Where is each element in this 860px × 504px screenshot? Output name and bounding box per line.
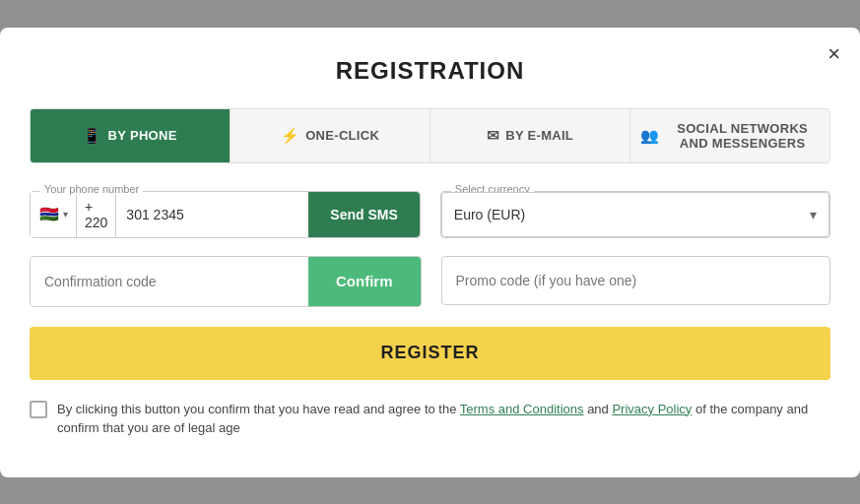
terms-text-mid: and xyxy=(584,402,613,416)
chevron-down-icon: ▾ xyxy=(810,207,817,222)
flag-icon: 🇬🇲 xyxy=(38,204,60,225)
tab-one-click[interactable]: ⚡ ONE-CLICK xyxy=(231,109,430,162)
privacy-policy-link[interactable]: Privacy Policy xyxy=(612,402,692,416)
phone-input[interactable] xyxy=(116,192,308,237)
flag-selector[interactable]: 🇬🇲 ▾ xyxy=(31,192,77,237)
confirmation-group: Confirm xyxy=(30,256,422,307)
phone-inner: 🇬🇲 ▾ + 220 Send SMS xyxy=(31,192,420,237)
terms-row: By clicking this button you confirm that… xyxy=(30,400,830,438)
social-icon: 👥 xyxy=(640,127,659,145)
tab-by-phone[interactable]: 📱 BY PHONE xyxy=(31,109,231,162)
phone-group: Your phone number 🇬🇲 ▾ + 220 Send SMS xyxy=(30,191,421,238)
terms-conditions-link[interactable]: Terms and Conditions xyxy=(460,402,584,416)
modal-title: REGISTRATION xyxy=(30,57,830,85)
phone-label: Your phone number xyxy=(40,183,143,195)
close-button[interactable]: × xyxy=(827,43,840,65)
lightning-icon: ⚡ xyxy=(281,127,299,145)
currency-group: Select currency Euro (EUR) USD ($) GBP (… xyxy=(440,191,830,238)
confirmation-row: Confirm xyxy=(30,256,830,307)
tab-by-email-label: BY E-MAIL xyxy=(505,128,573,143)
confirm-button[interactable]: Confirm xyxy=(308,257,421,306)
register-button[interactable]: REGISTER xyxy=(30,327,830,380)
tab-one-click-label: ONE-CLICK xyxy=(305,128,379,143)
tab-by-phone-label: BY PHONE xyxy=(108,128,177,143)
currency-wrapper[interactable]: Euro (EUR) USD ($) GBP (£) ▾ xyxy=(441,192,829,237)
send-sms-button[interactable]: Send SMS xyxy=(308,192,419,237)
currency-fieldset: Select currency Euro (EUR) USD ($) GBP (… xyxy=(440,191,830,238)
country-code: + 220 xyxy=(77,192,116,237)
promo-group xyxy=(441,256,831,307)
modal-overlay: × REGISTRATION 📱 BY PHONE ⚡ ONE-CLICK ✉ … xyxy=(0,0,860,504)
currency-select[interactable]: Euro (EUR) USD ($) GBP (£) xyxy=(454,207,810,222)
email-icon: ✉ xyxy=(487,127,499,145)
phone-icon: 📱 xyxy=(83,127,101,145)
confirmation-code-input[interactable] xyxy=(31,257,308,306)
flag-chevron-icon: ▾ xyxy=(63,209,68,220)
phone-currency-row: Your phone number 🇬🇲 ▾ + 220 Send SMS Se… xyxy=(30,191,830,238)
tab-social[interactable]: 👥 SOCIAL NETWORKS AND MESSENGERS xyxy=(630,109,829,162)
terms-checkbox[interactable] xyxy=(30,401,47,418)
tab-bar: 📱 BY PHONE ⚡ ONE-CLICK ✉ BY E-MAIL 👥 SOC… xyxy=(30,108,830,163)
tab-by-email[interactable]: ✉ BY E-MAIL xyxy=(430,109,630,162)
registration-modal: × REGISTRATION 📱 BY PHONE ⚡ ONE-CLICK ✉ … xyxy=(0,28,860,477)
terms-text-before: By clicking this button you confirm that… xyxy=(57,402,460,416)
tab-social-label: SOCIAL NETWORKS AND MESSENGERS xyxy=(665,121,820,151)
promo-code-input[interactable] xyxy=(441,256,831,305)
terms-text: By clicking this button you confirm that… xyxy=(57,400,830,438)
phone-fieldset: Your phone number 🇬🇲 ▾ + 220 Send SMS xyxy=(30,191,421,238)
